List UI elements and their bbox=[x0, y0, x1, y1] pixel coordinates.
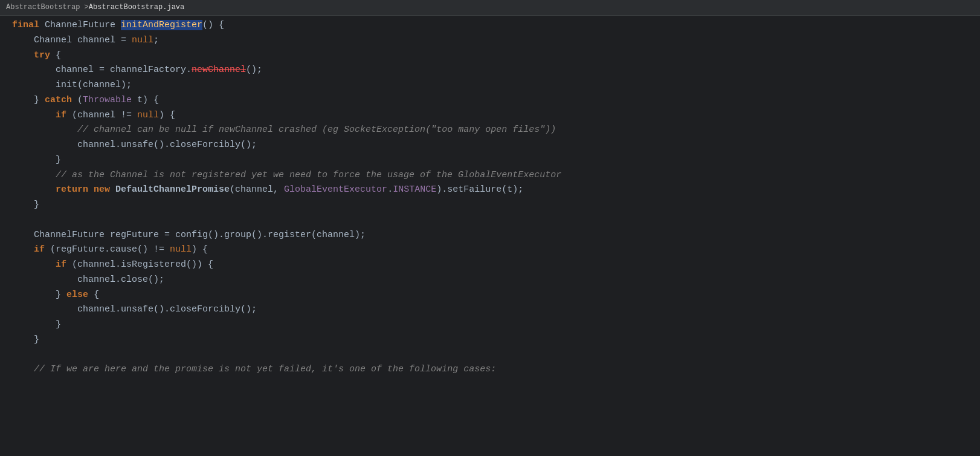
catch-var: t) { bbox=[132, 95, 159, 105]
close-forcibly-2: channel.unsafe().closeForcibly(); bbox=[77, 304, 257, 314]
code-line-22: } bbox=[12, 333, 980, 348]
method-initandregister: initAndRegister bbox=[121, 20, 202, 30]
keyword-final: final bbox=[12, 20, 45, 30]
keyword-if: if bbox=[56, 110, 66, 120]
keyword-null-2: null bbox=[137, 110, 159, 120]
type-channel: Channel bbox=[34, 35, 72, 45]
breadcrumb-file: AbstractBootstrap.java bbox=[89, 2, 184, 13]
breadcrumb-bar: AbstractBootstrap > AbstractBootstrap.ja… bbox=[0, 0, 980, 16]
comment-bottom: // If we are here and the promise is not… bbox=[34, 364, 496, 374]
code-line-19: } else { bbox=[12, 288, 980, 303]
punctuation: () { bbox=[202, 20, 224, 30]
code-line-13: } bbox=[12, 198, 980, 213]
keyword-catch: catch bbox=[45, 95, 72, 105]
channel-close: channel.close(); bbox=[77, 275, 164, 285]
code-line-16: if (regFuture.cause() != null) { bbox=[12, 243, 980, 258]
type-channelfuture: ChannelFuture bbox=[45, 20, 121, 30]
const-instance: INSTANCE bbox=[393, 184, 436, 195]
promise-paren: (channel, bbox=[230, 184, 284, 195]
isregistered-condition: (channel.isRegistered()) { bbox=[66, 259, 213, 270]
comment-globalexecutor: // as the Channel is not registered yet … bbox=[56, 170, 561, 180]
keyword-null-3: null bbox=[170, 244, 192, 255]
code-line-21: } bbox=[12, 318, 980, 333]
init-call: init(channel); bbox=[56, 80, 132, 90]
code-line-9: channel.unsafe().closeForcibly(); bbox=[12, 138, 980, 153]
breadcrumb-path: AbstractBootstrap > bbox=[6, 2, 89, 13]
brace-open: { bbox=[50, 50, 61, 60]
code-line-20: channel.unsafe().closeForcibly(); bbox=[12, 302, 980, 318]
code-line-23 bbox=[12, 348, 980, 363]
code-line-5: init(channel); bbox=[12, 78, 980, 93]
if-condition: (channel != bbox=[66, 110, 137, 120]
regfuture-condition: (regFuture.cause() != bbox=[45, 244, 170, 255]
code-line-1: final ChannelFuture initAndRegister() { bbox=[12, 18, 980, 33]
code-line-18: channel.close(); bbox=[12, 273, 980, 288]
keyword-new: new bbox=[94, 184, 115, 195]
class-defaultchannelpromise: DefaultChannelPromise bbox=[115, 184, 230, 195]
code-container: final ChannelFuture initAndRegister() { … bbox=[0, 16, 980, 456]
keyword-return: return bbox=[56, 184, 94, 195]
type-channelfuture-2: ChannelFuture bbox=[34, 230, 105, 240]
semi: ; bbox=[153, 35, 159, 45]
brace-if-end: } bbox=[34, 334, 39, 345]
code-line-14 bbox=[12, 213, 980, 228]
brace-else-end: } bbox=[56, 319, 61, 330]
keyword-null: null bbox=[132, 35, 153, 45]
code-line-10: } bbox=[12, 153, 980, 168]
deprecated-newchannel: newChannel bbox=[192, 65, 246, 75]
code-line-8: // channel can be null if newChannel cra… bbox=[12, 123, 980, 138]
catch-paren: ( bbox=[72, 95, 83, 105]
keyword-if-3: if bbox=[56, 259, 66, 270]
code-line-7: if (channel != null) { bbox=[12, 108, 980, 123]
code-line-12: return new DefaultChannelPromise(channel… bbox=[12, 183, 980, 198]
comment-newchannel: // channel can be null if newChannel cra… bbox=[77, 125, 556, 135]
code-line-2: Channel channel = null; bbox=[12, 33, 980, 48]
close-forcibly: channel.unsafe().closeForcibly(); bbox=[77, 140, 257, 150]
code-line-11: // as the Channel is not registered yet … bbox=[12, 168, 980, 183]
code-line-3: try { bbox=[12, 48, 980, 64]
channel-factory: channel = channelFactory. bbox=[56, 65, 192, 75]
keyword-try: try bbox=[34, 50, 50, 60]
brace-catch-end: } bbox=[34, 200, 39, 210]
keyword-else: else bbox=[66, 290, 88, 300]
regfuture-assign: regFuture = config().group().register(ch… bbox=[105, 230, 366, 240]
type-throwable: Throwable bbox=[83, 95, 132, 105]
code-line-15: ChannelFuture regFuture = config().group… bbox=[12, 228, 980, 243]
code-line-24: // If we are here and the promise is not… bbox=[12, 362, 980, 377]
brace-end-if: } bbox=[56, 155, 61, 165]
brace-if-2: ) { bbox=[192, 244, 208, 255]
brace-close: } bbox=[34, 95, 45, 105]
brace-else-open: { bbox=[88, 290, 99, 300]
dot: . bbox=[387, 184, 393, 195]
brace-else: } bbox=[56, 290, 66, 300]
code-line-6: } catch (Throwable t) { bbox=[12, 93, 980, 108]
paren: (); bbox=[246, 65, 262, 75]
var-channel: channel = bbox=[72, 35, 132, 45]
set-failure: ).setFailure(t); bbox=[436, 184, 523, 195]
brace-if: ) { bbox=[159, 110, 175, 120]
class-globaleventexecutor: GlobalEventExecutor bbox=[284, 184, 387, 195]
code-line-17: if (channel.isRegistered()) { bbox=[12, 258, 980, 273]
code-line-4: channel = channelFactory.newChannel(); bbox=[12, 63, 980, 78]
keyword-if-2: if bbox=[34, 244, 45, 255]
